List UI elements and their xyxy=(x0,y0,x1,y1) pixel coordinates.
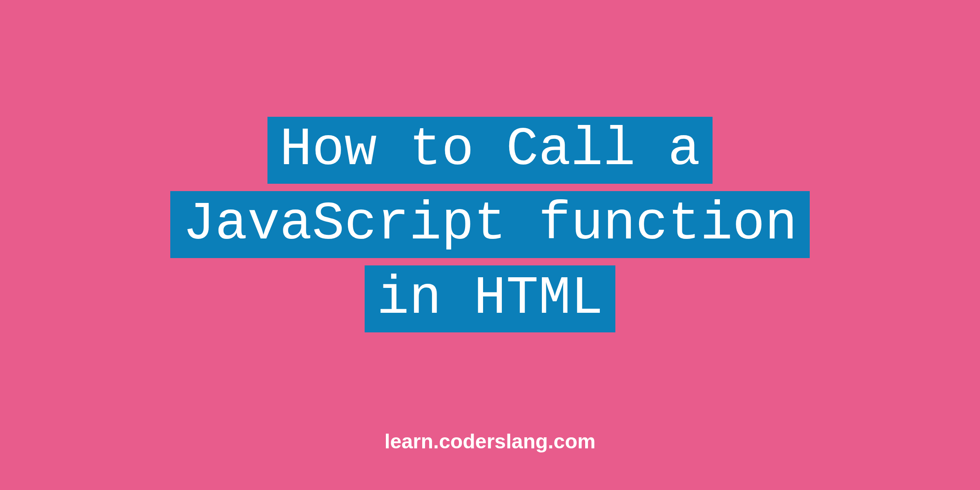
title-container: How to Call a JavaScript function in HTM… xyxy=(170,117,809,332)
title-line-2: JavaScript function xyxy=(170,191,809,258)
footer-text: learn.coderslang.com xyxy=(0,430,980,453)
title-line-3: in HTML xyxy=(365,265,616,332)
title-line-1: How to Call a xyxy=(267,117,713,184)
